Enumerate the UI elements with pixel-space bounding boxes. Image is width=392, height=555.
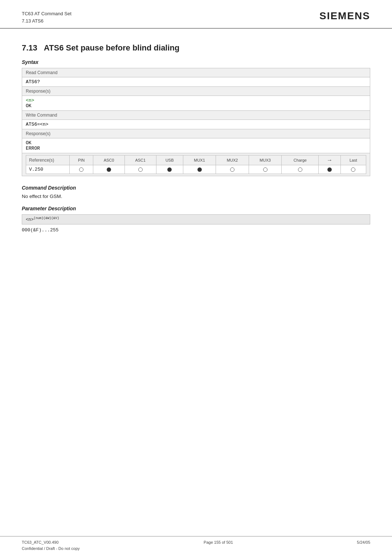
param-desc-title: Parameter Description (22, 206, 370, 211)
circle-mux2 (230, 167, 234, 172)
param-label-row: <n>(num)(&W)(&V) (22, 215, 370, 224)
ref-col-last: Last (340, 155, 366, 165)
header-title: TC63 AT Command Set 7.13 ATS6 (22, 10, 72, 24)
write-response-line1: OK (26, 140, 32, 146)
header-title-line2: 7.13 ATS6 (22, 17, 72, 25)
read-command-row: ATS6? (22, 77, 370, 87)
circle-last (351, 167, 355, 172)
header-title-line1: TC63 AT Command Set (22, 10, 72, 17)
footer-confidential: Confidential / Draft - Do not copy (22, 546, 80, 552)
circle-usb (167, 167, 172, 172)
write-command-row: ATS6=<n> (22, 120, 370, 129)
ref-col-mux2: MUX2 (216, 155, 249, 165)
header-brand: SIEMENS (319, 10, 370, 22)
param-label: <n> (26, 217, 34, 222)
ref-value-row: V.250 (26, 165, 366, 174)
page-footer: TC63_ATC_V00.490 Confidential / Draft - … (0, 536, 392, 555)
page-header: TC63 AT Command Set 7.13 ATS6 SIEMENS (0, 0, 392, 29)
section-title: 7.13ATS6 Set pause before blind dialing (22, 43, 370, 53)
ref-label-row: Reference(s) PIN ASC0 ASC1 USB MUX1 MUX2… (22, 153, 370, 176)
syntax-label: Syntax (22, 59, 370, 65)
read-response-line1: <n> (26, 98, 34, 103)
footer-date: 5/24/05 (357, 539, 370, 552)
read-command-label: Read Command (22, 68, 370, 77)
ref-col-asc1: ASC1 (124, 155, 156, 165)
param-table: <n>(num)(&W)(&V) (22, 214, 370, 224)
write-response-label-row: Response(s) (22, 129, 370, 138)
write-response-cell: OK ERROR (22, 138, 370, 153)
ref-col-mux3: MUX3 (249, 155, 282, 165)
ref-indicator-mux1 (183, 165, 216, 174)
write-command-label: Write Command (22, 111, 370, 120)
ref-header-row: Reference(s) PIN ASC0 ASC1 USB MUX1 MUX2… (26, 155, 366, 165)
page-wrapper: TC63 AT Command Set 7.13 ATS6 SIEMENS 7.… (0, 0, 392, 555)
param-label-cell: <n>(num)(&W)(&V) (22, 215, 370, 224)
ref-indicator-arrow (319, 165, 340, 174)
read-command-label-row: Read Command (22, 68, 370, 77)
ref-col-usb: USB (156, 155, 183, 165)
param-superscript: (num)(&W)(&V) (34, 216, 59, 220)
section-heading: ATS6 Set pause before blind dialing (44, 43, 180, 52)
ref-indicator-usb (156, 165, 183, 174)
cmd-desc-title: Command Description (22, 185, 370, 191)
ref-col-pin: PIN (70, 155, 93, 165)
cmd-desc-text: No effect for GSM. (22, 194, 370, 199)
param-value: 000(&F)...255 (22, 227, 370, 233)
ref-col-label: Reference(s) (26, 155, 70, 165)
circle-charge (298, 167, 302, 172)
section-number: 7.13 (22, 43, 37, 52)
write-response-row: OK ERROR (22, 138, 370, 153)
ref-indicator-pin (70, 165, 93, 174)
ref-col-charge: Charge (282, 155, 319, 165)
ref-indicator-mux2 (216, 165, 249, 174)
ref-indicator-asc1 (124, 165, 156, 174)
ref-indicator-charge (282, 165, 319, 174)
ref-value-label: V.250 (26, 165, 70, 174)
ref-inner-table: Reference(s) PIN ASC0 ASC1 USB MUX1 MUX2… (26, 155, 366, 174)
write-command-text: ATS6=<n> (26, 122, 48, 127)
ref-indicator-mux3 (249, 165, 282, 174)
read-command-code: ATS6? (22, 77, 370, 87)
read-response-cell: <n> OK (22, 96, 370, 111)
circle-mux1 (197, 167, 202, 172)
write-response-label: Response(s) (22, 129, 370, 138)
ref-section: Reference(s) PIN ASC0 ASC1 USB MUX1 MUX2… (22, 153, 370, 176)
ref-indicator-last (340, 165, 366, 174)
ref-col-mux1: MUX1 (183, 155, 216, 165)
read-response-row: <n> OK (22, 96, 370, 111)
circle-arrow (327, 167, 332, 172)
footer-left: TC63_ATC_V00.490 Confidential / Draft - … (22, 539, 80, 552)
read-response-label-row: Response(s) (22, 87, 370, 96)
write-command-label-row: Write Command (22, 111, 370, 120)
read-command-text: ATS6? (26, 79, 40, 85)
circle-mux3 (263, 167, 268, 172)
circle-pin (79, 167, 83, 172)
ref-col-arrow: → (319, 155, 340, 165)
circle-asc1 (138, 167, 143, 172)
syntax-table: Read Command ATS6? Response(s) <n> OK Wr… (22, 68, 370, 176)
footer-page: Page 155 of 501 (204, 539, 233, 552)
write-command-code: ATS6=<n> (22, 120, 370, 129)
ref-col-asc0: ASC0 (93, 155, 125, 165)
ref-indicator-asc0 (93, 165, 125, 174)
read-response-label: Response(s) (22, 87, 370, 96)
footer-doc-id: TC63_ATC_V00.490 (22, 539, 80, 546)
write-response-line2: ERROR (26, 146, 40, 151)
main-content: 7.13ATS6 Set pause before blind dialing … (0, 29, 392, 255)
read-response-line2: OK (26, 103, 32, 109)
circle-asc0 (107, 167, 111, 172)
